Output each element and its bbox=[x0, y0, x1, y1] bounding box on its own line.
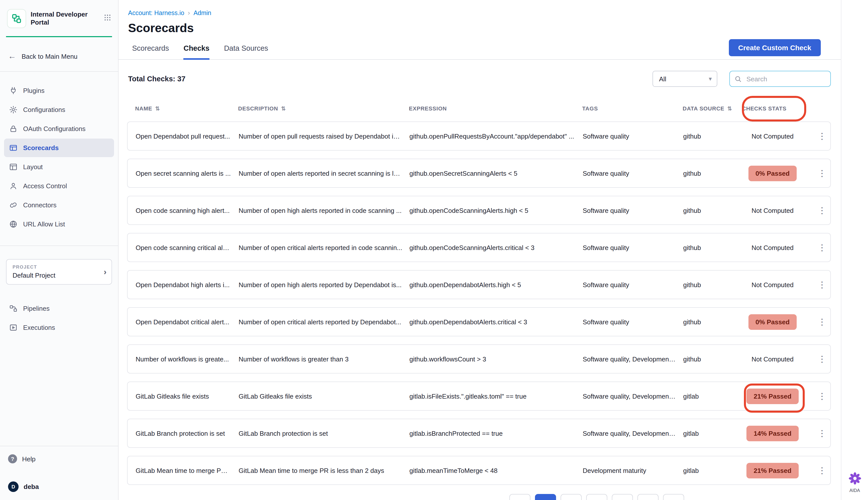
check-description: GitLab Branch protection is set bbox=[238, 430, 409, 437]
project-eyebrow: PROJECT bbox=[13, 264, 105, 270]
table-toolbar: Total Checks: 37 All ▾ bbox=[128, 70, 831, 87]
check-name: Open code scanning critical ale... bbox=[136, 244, 238, 251]
back-arrow-icon: ← bbox=[8, 52, 16, 61]
search-input[interactable] bbox=[745, 75, 826, 83]
sidebar-item-oauth-configurations[interactable]: OAuth Configurations bbox=[4, 120, 114, 138]
checks-stats-value: Not Computed bbox=[752, 207, 794, 214]
sidebar-secondary-nav: Pipelines Executions bbox=[0, 299, 118, 337]
project-selector[interactable]: PROJECT Default Project › bbox=[6, 259, 112, 285]
pagination-page-button[interactable]: 1 bbox=[535, 494, 556, 500]
search-icon bbox=[734, 75, 742, 82]
check-name: GitLab Branch protection is set bbox=[136, 430, 238, 437]
check-data-source: gitlab bbox=[683, 392, 743, 400]
sidebar-item-access-control[interactable]: Access Control bbox=[4, 177, 114, 195]
sort-icon[interactable]: ⇅ bbox=[281, 105, 286, 112]
sidebar-item-executions[interactable]: Executions bbox=[4, 318, 114, 337]
tab-data-sources[interactable]: Data Sources bbox=[224, 44, 268, 60]
user-menu[interactable]: D deba bbox=[0, 476, 118, 500]
row-menu-icon[interactable]: ⋮ bbox=[818, 466, 826, 475]
sort-icon[interactable]: ⇅ bbox=[727, 105, 732, 112]
pagination-page-button[interactable]: 3 bbox=[586, 494, 607, 500]
row-menu-icon[interactable]: ⋮ bbox=[818, 355, 826, 363]
sort-icon[interactable]: ⇅ bbox=[155, 105, 160, 112]
check-data-source: github bbox=[683, 132, 743, 140]
table-row: Open Dependabot pull request... Number o… bbox=[127, 122, 831, 151]
check-tags: Software quality bbox=[583, 281, 683, 288]
aida-assistant-button[interactable]: AIDA bbox=[848, 472, 861, 493]
check-data-source: github bbox=[683, 207, 743, 214]
sidebar-item-scorecards[interactable]: Scorecards bbox=[4, 138, 114, 157]
sidebar-item-connectors[interactable]: Connectors bbox=[4, 196, 114, 214]
sidebar-item-plugins[interactable]: Plugins bbox=[4, 81, 114, 100]
check-expression: github.openSecretScanningAlerts < 5 bbox=[409, 169, 583, 177]
tab-checks[interactable]: Checks bbox=[183, 44, 210, 60]
sidebar-item-label: Access Control bbox=[23, 182, 67, 190]
column-header-tags: TAGS bbox=[582, 105, 683, 112]
right-gutter: AIDA bbox=[841, 0, 868, 500]
table-row: Number of workflows is greate... Number … bbox=[127, 344, 831, 374]
row-menu-icon[interactable]: ⋮ bbox=[818, 392, 826, 400]
app-window: Internal Developer Portal ← Back to Main… bbox=[0, 0, 868, 500]
pagination-page-button[interactable]: 4 bbox=[612, 494, 633, 500]
table-row: GitLab Mean time to merge PR ... GitLab … bbox=[127, 456, 831, 485]
check-name: Open Dependabot critical alert... bbox=[136, 318, 238, 326]
row-menu-icon[interactable]: ⋮ bbox=[818, 280, 826, 289]
person-icon bbox=[9, 182, 18, 190]
table-header: NAME⇅ DESCRIPTION⇅ EXPRESSION TAGS DATA … bbox=[127, 103, 831, 113]
check-description: GitLab Gitleaks file exists bbox=[238, 392, 409, 400]
breadcrumb-account-link[interactable]: Account: Harness.io bbox=[128, 9, 184, 16]
gear-icon bbox=[9, 105, 18, 114]
row-menu-icon[interactable]: ⋮ bbox=[818, 318, 826, 326]
check-name: Number of workflows is greate... bbox=[136, 355, 238, 363]
pagination-page-button[interactable]: 2 bbox=[560, 494, 582, 500]
scorecard-icon bbox=[9, 144, 18, 152]
check-name: Open Dependabot high alerts i... bbox=[136, 281, 238, 288]
check-description: Number of workflows is greater than 3 bbox=[238, 355, 409, 363]
sidebar-item-url-allow-list[interactable]: URL Allow List bbox=[4, 215, 114, 234]
sidebar-item-label: Layout bbox=[23, 163, 43, 171]
checks-stats-badge: 0% Passed bbox=[748, 166, 797, 181]
table-row: Open Dependabot high alerts i... Number … bbox=[127, 270, 831, 299]
checks-stats-badge: 0% Passed bbox=[748, 314, 797, 330]
page-title: Scorecards bbox=[128, 21, 841, 35]
pagination: ‹ 1 2 3 4 5 › bbox=[509, 494, 684, 500]
breadcrumb: Account: Harness.io › Admin bbox=[119, 0, 841, 16]
user-name: deba bbox=[24, 483, 39, 490]
check-expression: gitlab.isBranchProtected == true bbox=[409, 430, 583, 437]
checks-stats-value: Not Computed bbox=[752, 281, 794, 288]
pagination-prev-button[interactable]: ‹ bbox=[509, 494, 531, 500]
check-expression: github.openCodeScanningAlerts.critical <… bbox=[409, 244, 583, 251]
row-menu-icon[interactable]: ⋮ bbox=[818, 429, 826, 438]
row-menu-icon[interactable]: ⋮ bbox=[818, 132, 826, 140]
sidebar-item-layout[interactable]: Layout bbox=[4, 158, 114, 176]
check-tags: Development maturity bbox=[583, 467, 683, 474]
row-menu-icon[interactable]: ⋮ bbox=[818, 243, 826, 252]
apps-grid-icon[interactable] bbox=[104, 14, 111, 23]
sidebar-item-pipelines[interactable]: Pipelines bbox=[4, 299, 114, 318]
check-expression: github.openDependabotAlerts.high < 5 bbox=[409, 281, 583, 288]
sidebar-item-label: Scorecards bbox=[23, 144, 59, 151]
sidebar-item-configurations[interactable]: Configurations bbox=[4, 100, 114, 119]
pagination-next-button[interactable]: › bbox=[663, 494, 684, 500]
row-menu-icon[interactable]: ⋮ bbox=[818, 169, 826, 178]
check-description: Number of open critical alerts reported … bbox=[238, 244, 409, 251]
check-description: Number of open pull requests raised by D… bbox=[238, 132, 409, 140]
check-name: GitLab Gitleaks file exists bbox=[136, 392, 238, 400]
filter-dropdown[interactable]: All ▾ bbox=[653, 71, 717, 87]
filter-selected-value: All bbox=[659, 75, 666, 82]
help-button[interactable]: ? Help bbox=[0, 449, 118, 468]
tab-scorecards[interactable]: Scorecards bbox=[132, 44, 169, 60]
create-custom-check-button[interactable]: Create Custom Check bbox=[728, 39, 821, 56]
table-row: Open code scanning high alert... Number … bbox=[127, 196, 831, 225]
checks-stats-badge: 21% Passed bbox=[747, 463, 799, 478]
row-menu-icon[interactable]: ⋮ bbox=[818, 206, 826, 215]
table-row: Open Dependabot critical alert... Number… bbox=[127, 307, 831, 336]
pagination-page-button[interactable]: 5 bbox=[637, 494, 658, 500]
tabs-bar: Scorecards Checks Data Sources Create Cu… bbox=[119, 40, 841, 60]
back-to-main-menu[interactable]: ← Back to Main Menu bbox=[0, 50, 118, 62]
checks-stats-badge: 21% Passed bbox=[747, 388, 799, 404]
column-header-data-source: DATA SOURCE⇅ bbox=[683, 105, 742, 112]
help-label: Help bbox=[22, 455, 36, 463]
check-name: Open code scanning high alert... bbox=[136, 207, 238, 214]
breadcrumb-admin-link[interactable]: Admin bbox=[193, 9, 211, 16]
